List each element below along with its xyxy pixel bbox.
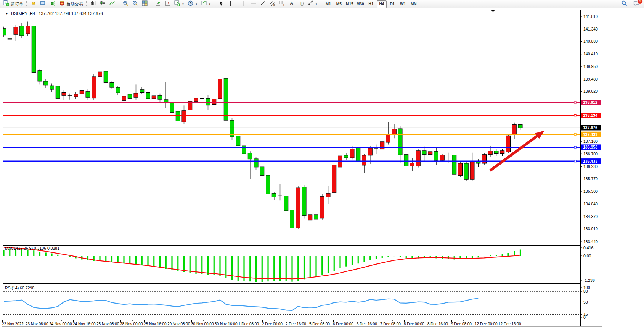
time-axis[interactable]: 22 Nov 202223 Nov 08:0024 Nov 00:0024 No… <box>2 320 521 326</box>
signal-button[interactable] <box>48 0 57 8</box>
line-handle[interactable] <box>574 133 576 135</box>
hline-icon <box>250 0 257 8</box>
bull-candle <box>14 27 18 34</box>
rsi-scale-label: 0 <box>583 315 586 320</box>
timeframe-M1-button[interactable]: M1 <box>323 0 333 8</box>
price-axis[interactable]: 141.810141.340140.880140.410139.950139.4… <box>580 14 598 320</box>
chart-candles-button[interactable] <box>98 0 108 8</box>
autotrade-label: 自动交易 <box>66 1 83 7</box>
line-handle[interactable] <box>574 102 576 103</box>
line-handle[interactable] <box>574 115 576 116</box>
line-handle[interactable] <box>574 146 576 148</box>
chart-line-button[interactable] <box>108 0 117 8</box>
label-button[interactable]: T <box>296 0 306 8</box>
zoom-out-icon <box>132 0 138 8</box>
timeframe-H4-button[interactable]: H4 <box>377 0 387 8</box>
chart-bars-icon <box>90 0 96 8</box>
trendline-button[interactable] <box>258 0 268 8</box>
timeframe-W1-button[interactable]: W1 <box>398 0 408 8</box>
shapes-button[interactable]: ▼ <box>306 0 319 8</box>
period-button[interactable]: ▼ <box>186 0 199 8</box>
bull-candle <box>218 79 222 99</box>
bull-candle <box>182 111 186 122</box>
time-tick-label: 8 Dec 00:00 <box>404 322 424 326</box>
channel-icon: E <box>269 0 276 8</box>
bull-candle <box>428 152 432 155</box>
autotrade-button[interactable]: 自动交易 <box>57 0 85 8</box>
bear-candle <box>176 111 180 121</box>
chart-canvas[interactable]: 141.810141.340140.880140.410139.950139.4… <box>0 0 644 328</box>
toolbar-separator <box>151 1 152 7</box>
rsi-scale-label: 80 <box>583 289 588 294</box>
bear-candle <box>398 129 402 155</box>
autotrade-icon <box>59 0 65 8</box>
zoom-out-button[interactable] <box>130 0 140 8</box>
price-tick-label: 135.300 <box>583 189 598 194</box>
search-button[interactable] <box>620 0 629 8</box>
fibo-button[interactable]: F <box>277 0 287 8</box>
time-tick-label: 30 Nov 16:00 <box>215 322 238 326</box>
crosshair-button[interactable] <box>226 0 235 8</box>
new-chart-button[interactable]: ▼ <box>172 0 186 8</box>
new-order-button[interactable]: 新订单 <box>2 0 25 8</box>
svg-text:F: F <box>283 3 285 6</box>
chart-bars-button[interactable] <box>88 0 98 8</box>
gold-button[interactable] <box>29 0 38 8</box>
bull-candle <box>320 197 324 218</box>
text-button[interactable]: A <box>287 0 296 8</box>
cursor-button[interactable] <box>216 0 226 8</box>
chevron-down-icon: ▼ <box>182 3 184 5</box>
bear-candle <box>38 71 42 81</box>
terminal-button[interactable] <box>38 0 48 8</box>
top-toolbar: 新订单自动交易▼▼▼EFAT▼M1M5M15M30H1H4D1W1MN 1 <box>0 0 644 8</box>
timeframe-M15-button[interactable]: M15 <box>345 0 355 8</box>
timeframe-MN-button[interactable]: MN <box>409 0 419 8</box>
timeframe-H1-button[interactable]: H1 <box>366 0 376 8</box>
bear-candle <box>494 151 498 154</box>
profile-next-button[interactable] <box>153 0 163 8</box>
price-tick-label: 133.440 <box>583 239 598 244</box>
bull-candle <box>500 151 504 154</box>
zoom-in-button[interactable] <box>121 0 130 8</box>
bear-candle <box>266 175 270 194</box>
bull-candle <box>296 188 300 228</box>
bear-candle <box>50 86 54 89</box>
time-tick-label: 23 Nov 08:00 <box>26 322 48 326</box>
time-tick-label: 28 Nov 16:00 <box>144 322 167 326</box>
timeframe-M5-button[interactable]: M5 <box>334 0 344 8</box>
bull-candle <box>416 151 420 166</box>
time-tick-label: 1 Dec 08:00 <box>238 322 259 326</box>
notifications-button[interactable]: 1 <box>631 0 641 8</box>
bear-candle <box>44 81 48 85</box>
time-tick-label: 29 Nov 08:00 <box>167 322 190 326</box>
timeframe-M30-button[interactable]: M30 <box>355 0 365 8</box>
price-level-badge: 138.134 <box>581 113 601 118</box>
bull-candle <box>26 26 30 34</box>
hline-button[interactable] <box>249 0 258 8</box>
price-tick-label: 141.340 <box>583 27 598 31</box>
line-handle[interactable] <box>574 160 576 162</box>
vline-button[interactable] <box>239 0 249 8</box>
bear-candle <box>344 155 348 158</box>
indicators-button[interactable]: ▼ <box>199 0 212 8</box>
timeframe-D1-button[interactable]: D1 <box>387 0 397 8</box>
tile-windows-button[interactable] <box>140 0 149 8</box>
bull-candle <box>74 94 78 97</box>
bear-candle <box>464 163 468 179</box>
bear-candle <box>128 94 132 99</box>
chart-title: ▼ USDJPY-,H4 137.762 137.798 137.634 137… <box>5 11 103 16</box>
price-tick-label: 136.700 <box>583 152 598 156</box>
bear-candle <box>8 39 12 39</box>
time-tick-label: 25 Nov 08:00 <box>96 322 119 326</box>
time-tick-label: 24 Nov 00:00 <box>49 322 72 326</box>
price-tick-label: 134.370 <box>583 214 598 219</box>
svg-text:138.612: 138.612 <box>583 100 597 105</box>
toolbar-separator <box>321 1 321 7</box>
chart-title-quotes: 137.762 137.798 137.634 137.676 <box>39 11 103 16</box>
symbol-dropdown-icon[interactable]: ▼ <box>5 12 8 15</box>
toolbar-separator <box>119 1 119 7</box>
profile-prev-button[interactable] <box>163 0 172 8</box>
channel-button[interactable]: E <box>268 0 277 8</box>
time-tick-label: 9 Dec 08:00 <box>451 322 472 326</box>
price-tick-label: 134.840 <box>583 202 598 206</box>
